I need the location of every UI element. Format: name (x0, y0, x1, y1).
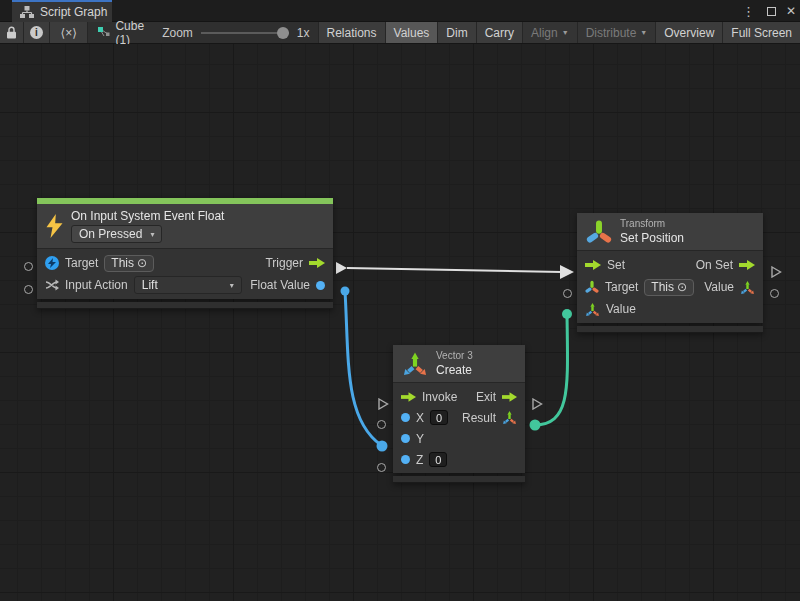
invoke-label: Invoke (422, 390, 457, 404)
flow-arrow-icon (309, 258, 325, 268)
flow-arrow-icon (739, 260, 755, 270)
carry-button[interactable]: Carry (477, 22, 523, 43)
wire-trigger-to-set[interactable] (336, 262, 574, 279)
port-transform-value-out[interactable] (770, 289, 779, 298)
node-title: Set Position (620, 231, 684, 245)
align-button[interactable]: Align▼ (523, 22, 578, 43)
y-row: Y (393, 428, 525, 449)
graph-canvas[interactable]: On Input System Event Float On Pressed ▾ (0, 44, 800, 601)
port-vector3-invoke[interactable] (377, 398, 389, 410)
node-category: Transform (620, 218, 684, 229)
zoom-slider-track (201, 32, 289, 34)
result-label: Result (462, 411, 496, 425)
z-value-field[interactable]: 0 (429, 452, 447, 467)
lock-icon (6, 26, 17, 39)
z-port-dot-icon (401, 455, 410, 464)
self-target-icon: ⊙ (677, 280, 687, 294)
node-title: On Input System Event Float (71, 209, 224, 223)
vector3-mini-icon (740, 280, 755, 295)
dim-button[interactable]: Dim (438, 22, 476, 43)
node-transform-set-position[interactable]: Transform Set Position Set On Set (577, 213, 763, 333)
full-screen-button[interactable]: Full Screen (723, 22, 800, 43)
window-menu-icon[interactable]: ⋮ (740, 5, 757, 18)
float-value-dot-icon (316, 281, 325, 290)
x-value-field[interactable]: 0 (430, 410, 448, 425)
x-port-dot-icon (401, 413, 410, 422)
node-footer (577, 326, 763, 333)
node-footer (393, 476, 525, 483)
chevron-down-icon: ▾ (150, 230, 154, 239)
target-label: Target (605, 280, 638, 294)
value-row: Value (577, 298, 763, 320)
port-vector3-z[interactable] (377, 463, 386, 472)
port-vector3-x[interactable] (377, 420, 386, 429)
distribute-dropdown-icon: ▼ (640, 29, 647, 36)
close-icon[interactable]: ✕ (786, 5, 796, 17)
node-on-input-system-event-float[interactable]: On Input System Event Float On Pressed ▾ (37, 198, 333, 309)
target-object-picker[interactable]: This ⊙ (644, 279, 694, 296)
z-label: Z (416, 453, 423, 467)
port-transform-target[interactable] (563, 289, 572, 298)
info-icon: i (30, 26, 43, 39)
input-action-dropdown[interactable]: Lift ▾ (134, 276, 242, 294)
align-dropdown-icon: ▼ (562, 29, 569, 36)
zoom-value: 1x (297, 26, 310, 40)
breadcrumb-label: Cube (1) (115, 19, 144, 47)
edit-source-button[interactable]: ⟨×⟩ (50, 22, 88, 43)
y-port-dot-icon (401, 434, 410, 443)
invoke-exit-row: Invoke Exit (393, 386, 525, 407)
zoom-slider[interactable] (201, 27, 289, 39)
port-input-event-target[interactable] (24, 262, 33, 271)
zoom-label: Zoom (162, 26, 193, 40)
inspect-button[interactable]: i (24, 22, 50, 43)
float-value-label: Float Value (250, 278, 310, 292)
values-button[interactable]: Values (386, 22, 439, 43)
tab-script-graph[interactable]: Script Graph (12, 0, 112, 22)
input-action-row: Input Action Lift ▾ Float Value (37, 274, 333, 296)
trigger-label: Trigger (265, 256, 303, 270)
exit-label: Exit (476, 390, 496, 404)
vector3-mini-icon (585, 302, 600, 317)
port-transform-onset[interactable] (770, 266, 782, 278)
overview-button[interactable]: Overview (656, 22, 723, 43)
port-vector3-exit[interactable] (531, 398, 543, 410)
transform-icon (586, 219, 612, 245)
port-input-event-action[interactable] (24, 285, 33, 294)
input-action-icon (45, 278, 59, 292)
graph-toolbar: i ⟨×⟩ Cube (1) Zoom 1x Relat (0, 22, 800, 44)
x-label: X (416, 411, 424, 425)
target-object-picker[interactable]: This ⊙ (104, 255, 154, 272)
z-row: Z 0 (393, 449, 525, 470)
flow-arrow-icon (401, 392, 416, 402)
node-header[interactable]: Vector 3 Create (393, 345, 525, 383)
vector3-icon (402, 351, 428, 377)
event-mode-dropdown[interactable]: On Pressed ▾ (71, 225, 162, 243)
flow-arrow-icon (502, 392, 517, 402)
relations-button[interactable]: Relations (319, 22, 386, 43)
lock-button[interactable] (0, 22, 24, 43)
lightning-bolt-icon (46, 214, 63, 238)
distribute-button[interactable]: Distribute▼ (578, 22, 657, 43)
zoom-control: Zoom 1x (154, 22, 317, 43)
value-in-label: Value (606, 302, 636, 316)
node-vector3-create[interactable]: Vector 3 Create Invoke Exit (393, 345, 525, 483)
node-header[interactable]: Transform Set Position (577, 213, 763, 251)
input-action-label: Input Action (65, 278, 128, 292)
zoom-slider-handle[interactable] (277, 27, 289, 39)
flow-arrow-icon (585, 260, 601, 270)
self-target-icon: ⊙ (137, 256, 147, 270)
set-row: Set On Set (577, 254, 763, 276)
code-icon: ⟨×⟩ (61, 26, 77, 40)
maximize-icon[interactable] (767, 7, 776, 16)
transform-mini-icon (585, 280, 599, 294)
y-label: Y (416, 432, 424, 446)
vector3-mini-icon (502, 410, 517, 425)
chevron-down-icon: ▾ (230, 281, 234, 290)
gameobject-event-icon (45, 256, 59, 270)
wire-result-to-value[interactable] (530, 309, 573, 431)
node-footer (37, 302, 333, 309)
graph-breadcrumb[interactable]: Cube (1) (88, 22, 154, 43)
script-graph-icon (98, 27, 110, 39)
node-header[interactable]: On Input System Event Float On Pressed ▾ (37, 204, 333, 249)
set-label: Set (607, 258, 625, 272)
